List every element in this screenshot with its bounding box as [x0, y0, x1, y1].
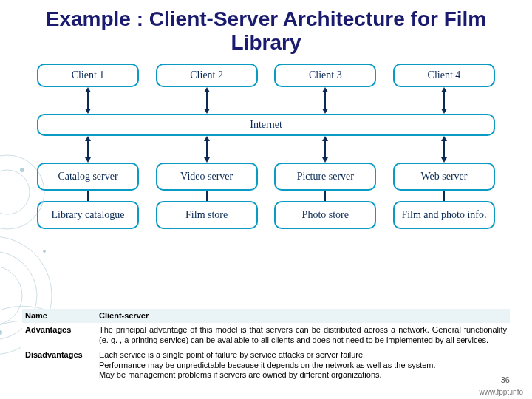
svg-marker-16	[322, 87, 328, 92]
server-row: Catalog server Video server Picture serv…	[37, 163, 495, 191]
double-arrow-icon	[83, 136, 93, 163]
svg-marker-10	[85, 87, 91, 92]
row-label: Name	[22, 309, 96, 324]
client-1-node: Client 1	[37, 64, 139, 87]
double-arrow-icon	[83, 87, 93, 114]
catalog-server-node: Catalog server	[37, 163, 139, 191]
svg-point-7	[43, 250, 46, 253]
client-internet-arrows	[37, 87, 495, 114]
svg-marker-19	[441, 87, 447, 92]
client-2-node: Client 2	[156, 64, 258, 87]
video-server-node: Video server	[156, 163, 258, 191]
table-row: Disadvantages Each service is a single p…	[22, 348, 510, 383]
picture-server-node: Picture server	[274, 163, 376, 191]
line-icon	[443, 191, 445, 201]
store-row: Library catalogue Film store Photo store…	[37, 201, 495, 229]
internet-node: Internet	[37, 114, 495, 136]
svg-marker-29	[322, 157, 328, 163]
row-label: Advantages	[22, 323, 96, 348]
svg-marker-26	[204, 157, 210, 163]
table-row: Advantages The principal advantage of th…	[22, 323, 510, 348]
architecture-diagram: Client 1 Client 2 Client 3 Client 4 Inte…	[37, 64, 495, 229]
svg-marker-25	[204, 136, 210, 141]
svg-marker-11	[85, 109, 91, 114]
svg-point-8	[0, 330, 2, 335]
svg-marker-28	[322, 136, 328, 141]
svg-point-6	[20, 168, 24, 172]
internet-server-arrows	[37, 136, 495, 163]
double-arrow-icon	[320, 136, 330, 163]
line-icon	[87, 191, 89, 201]
row-value: Client-server	[96, 309, 510, 324]
svg-marker-32	[441, 157, 447, 163]
row-label: Disadvantages	[22, 348, 96, 383]
double-arrow-icon	[202, 87, 212, 114]
line-icon	[206, 191, 208, 201]
double-arrow-icon	[202, 136, 212, 163]
line-icon	[324, 191, 326, 201]
page-number: 36	[501, 375, 510, 384]
table-row: Name Client-server	[22, 309, 510, 324]
footer-link: www.fppt.info	[480, 388, 523, 396]
svg-marker-13	[204, 87, 210, 92]
row-value: The principal advantage of this model is…	[96, 323, 510, 348]
web-server-node: Web server	[393, 163, 495, 191]
server-store-lines	[37, 191, 495, 201]
double-arrow-icon	[439, 136, 449, 163]
row-value: Each service is a single point of failur…	[96, 348, 510, 383]
svg-marker-14	[204, 109, 210, 114]
film-store-node: Film store	[156, 201, 258, 229]
svg-marker-31	[441, 136, 447, 141]
svg-point-4	[0, 170, 30, 214]
svg-marker-22	[85, 136, 91, 141]
svg-marker-23	[85, 157, 91, 163]
film-photo-info-node: Film and photo info.	[393, 201, 495, 229]
double-arrow-icon	[439, 87, 449, 114]
double-arrow-icon	[320, 87, 330, 114]
page-title: Example : Client-Server Architecture for…	[0, 0, 532, 61]
svg-point-2	[0, 266, 22, 325]
svg-marker-20	[441, 109, 447, 114]
library-catalogue-node: Library catalogue	[37, 201, 139, 229]
photo-store-node: Photo store	[274, 201, 376, 229]
svg-marker-17	[322, 109, 328, 114]
client-4-node: Client 4	[393, 64, 495, 87]
properties-table: Name Client-server Advantages The princi…	[22, 309, 510, 383]
client-3-node: Client 3	[274, 64, 376, 87]
client-row: Client 1 Client 2 Client 3 Client 4	[37, 64, 495, 87]
